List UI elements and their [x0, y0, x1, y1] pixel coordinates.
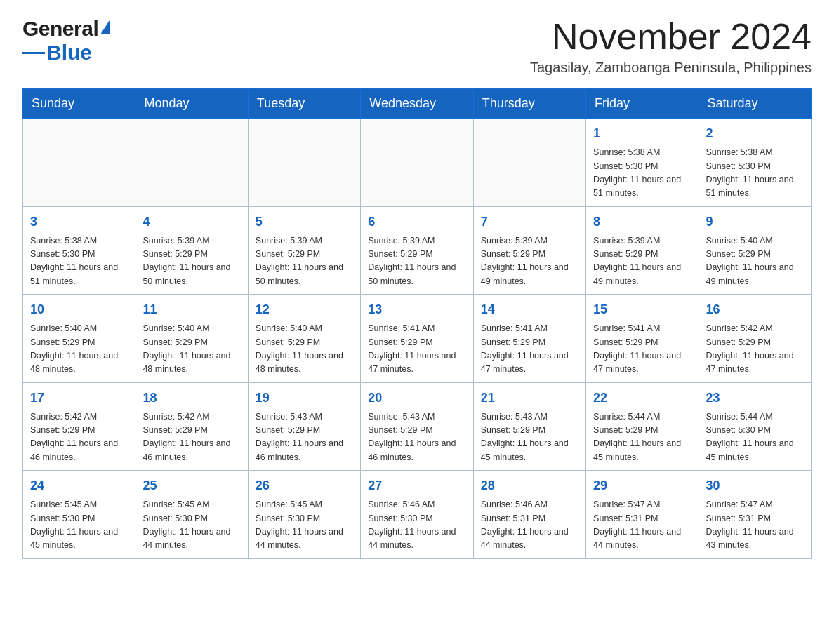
calendar-cell: 8Sunrise: 5:39 AM Sunset: 5:29 PM Daylig… — [586, 206, 699, 295]
day-info: Sunrise: 5:45 AM Sunset: 5:30 PM Dayligh… — [143, 498, 240, 553]
calendar-week-5: 24Sunrise: 5:45 AM Sunset: 5:30 PM Dayli… — [23, 471, 812, 559]
day-number: 10 — [30, 300, 128, 319]
day-number: 8 — [593, 213, 691, 232]
calendar-cell — [135, 119, 248, 207]
day-info: Sunrise: 5:45 AM Sunset: 5:30 PM Dayligh… — [256, 498, 353, 553]
day-info: Sunrise: 5:43 AM Sunset: 5:29 PM Dayligh… — [256, 410, 353, 465]
calendar-cell: 18Sunrise: 5:42 AM Sunset: 5:29 PM Dayli… — [135, 382, 248, 471]
day-number: 27 — [368, 476, 465, 495]
calendar-cell: 29Sunrise: 5:47 AM Sunset: 5:31 PM Dayli… — [586, 471, 699, 559]
day-info: Sunrise: 5:41 AM Sunset: 5:29 PM Dayligh… — [593, 322, 691, 377]
calendar-cell: 19Sunrise: 5:43 AM Sunset: 5:29 PM Dayli… — [248, 382, 360, 471]
day-info: Sunrise: 5:43 AM Sunset: 5:29 PM Dayligh… — [481, 410, 578, 465]
col-monday: Monday — [135, 89, 248, 119]
day-number: 25 — [143, 476, 240, 495]
calendar-cell: 17Sunrise: 5:42 AM Sunset: 5:29 PM Dayli… — [23, 382, 135, 471]
calendar-week-1: 1Sunrise: 5:38 AM Sunset: 5:30 PM Daylig… — [23, 119, 812, 207]
day-info: Sunrise: 5:40 AM Sunset: 5:29 PM Dayligh… — [256, 322, 353, 377]
calendar-cell: 5Sunrise: 5:39 AM Sunset: 5:29 PM Daylig… — [248, 206, 360, 295]
day-number: 24 — [30, 476, 128, 495]
day-info: Sunrise: 5:45 AM Sunset: 5:30 PM Dayligh… — [30, 498, 128, 553]
calendar-week-2: 3Sunrise: 5:38 AM Sunset: 5:30 PM Daylig… — [23, 206, 812, 295]
calendar-cell: 15Sunrise: 5:41 AM Sunset: 5:29 PM Dayli… — [586, 295, 699, 383]
day-info: Sunrise: 5:46 AM Sunset: 5:30 PM Dayligh… — [368, 498, 465, 553]
title-area: November 2024 Tagasilay, Zamboanga Penin… — [530, 17, 812, 76]
month-title: November 2024 — [530, 17, 812, 57]
day-info: Sunrise: 5:38 AM Sunset: 5:30 PM Dayligh… — [593, 146, 691, 201]
col-saturday: Saturday — [699, 89, 811, 119]
day-number: 21 — [481, 389, 578, 408]
calendar-cell: 16Sunrise: 5:42 AM Sunset: 5:29 PM Dayli… — [699, 295, 811, 383]
day-info: Sunrise: 5:38 AM Sunset: 5:30 PM Dayligh… — [30, 234, 128, 289]
day-info: Sunrise: 5:39 AM Sunset: 5:29 PM Dayligh… — [368, 234, 465, 289]
calendar-cell: 24Sunrise: 5:45 AM Sunset: 5:30 PM Dayli… — [23, 471, 135, 559]
day-number: 26 — [256, 476, 353, 495]
calendar-cell: 27Sunrise: 5:46 AM Sunset: 5:30 PM Dayli… — [361, 471, 473, 559]
day-number: 3 — [30, 213, 128, 232]
day-number: 9 — [706, 213, 804, 232]
day-info: Sunrise: 5:46 AM Sunset: 5:31 PM Dayligh… — [481, 498, 578, 553]
col-wednesday: Wednesday — [361, 89, 473, 119]
calendar-cell: 28Sunrise: 5:46 AM Sunset: 5:31 PM Dayli… — [473, 471, 585, 559]
col-friday: Friday — [586, 89, 699, 119]
day-info: Sunrise: 5:39 AM Sunset: 5:29 PM Dayligh… — [143, 234, 240, 289]
calendar-cell: 2Sunrise: 5:38 AM Sunset: 5:30 PM Daylig… — [699, 119, 811, 207]
calendar-cell: 7Sunrise: 5:39 AM Sunset: 5:29 PM Daylig… — [473, 206, 585, 295]
calendar-cell: 4Sunrise: 5:39 AM Sunset: 5:29 PM Daylig… — [135, 206, 248, 295]
calendar-cell: 9Sunrise: 5:40 AM Sunset: 5:29 PM Daylig… — [699, 206, 811, 295]
col-thursday: Thursday — [473, 89, 585, 119]
day-number: 1 — [593, 124, 691, 143]
day-info: Sunrise: 5:43 AM Sunset: 5:29 PM Dayligh… — [368, 410, 465, 465]
calendar-header-row: Sunday Monday Tuesday Wednesday Thursday… — [23, 89, 812, 119]
day-info: Sunrise: 5:47 AM Sunset: 5:31 PM Dayligh… — [706, 498, 804, 553]
calendar-week-3: 10Sunrise: 5:40 AM Sunset: 5:29 PM Dayli… — [23, 295, 812, 383]
calendar-cell — [361, 119, 473, 207]
logo-blue-text: Blue — [46, 41, 92, 65]
day-info: Sunrise: 5:42 AM Sunset: 5:29 PM Dayligh… — [30, 410, 128, 465]
day-info: Sunrise: 5:44 AM Sunset: 5:29 PM Dayligh… — [593, 410, 691, 465]
calendar-cell: 26Sunrise: 5:45 AM Sunset: 5:30 PM Dayli… — [248, 471, 360, 559]
day-number: 11 — [143, 300, 240, 319]
calendar-cell: 25Sunrise: 5:45 AM Sunset: 5:30 PM Dayli… — [135, 471, 248, 559]
day-info: Sunrise: 5:40 AM Sunset: 5:29 PM Dayligh… — [706, 234, 804, 289]
page-header: General Blue November 2024 Tagasilay, Za… — [22, 17, 812, 76]
calendar-week-4: 17Sunrise: 5:42 AM Sunset: 5:29 PM Dayli… — [23, 382, 812, 471]
day-info: Sunrise: 5:41 AM Sunset: 5:29 PM Dayligh… — [481, 322, 578, 377]
day-info: Sunrise: 5:42 AM Sunset: 5:29 PM Dayligh… — [143, 410, 240, 465]
day-info: Sunrise: 5:44 AM Sunset: 5:30 PM Dayligh… — [706, 410, 804, 465]
day-number: 12 — [256, 300, 353, 319]
day-number: 23 — [706, 389, 804, 408]
logo-general-text: General — [22, 17, 98, 41]
calendar-cell: 6Sunrise: 5:39 AM Sunset: 5:29 PM Daylig… — [361, 206, 473, 295]
calendar-cell: 14Sunrise: 5:41 AM Sunset: 5:29 PM Dayli… — [473, 295, 585, 383]
calendar-cell: 30Sunrise: 5:47 AM Sunset: 5:31 PM Dayli… — [699, 471, 811, 559]
day-info: Sunrise: 5:39 AM Sunset: 5:29 PM Dayligh… — [256, 234, 353, 289]
day-number: 18 — [143, 389, 240, 408]
calendar-cell: 12Sunrise: 5:40 AM Sunset: 5:29 PM Dayli… — [248, 295, 360, 383]
day-number: 5 — [256, 213, 353, 232]
day-number: 4 — [143, 213, 240, 232]
day-number: 29 — [593, 476, 691, 495]
logo: General Blue — [22, 17, 110, 65]
logo-triangle-icon — [100, 20, 110, 34]
day-number: 15 — [593, 300, 691, 319]
calendar-cell: 23Sunrise: 5:44 AM Sunset: 5:30 PM Dayli… — [699, 382, 811, 471]
day-number: 2 — [706, 124, 804, 143]
calendar-cell: 21Sunrise: 5:43 AM Sunset: 5:29 PM Dayli… — [473, 382, 585, 471]
day-info: Sunrise: 5:42 AM Sunset: 5:29 PM Dayligh… — [706, 322, 804, 377]
day-number: 13 — [368, 300, 465, 319]
col-tuesday: Tuesday — [248, 89, 360, 119]
day-number: 22 — [593, 389, 691, 408]
day-number: 6 — [368, 213, 465, 232]
day-info: Sunrise: 5:40 AM Sunset: 5:29 PM Dayligh… — [30, 322, 128, 377]
calendar-cell: 1Sunrise: 5:38 AM Sunset: 5:30 PM Daylig… — [586, 119, 699, 207]
calendar-cell: 13Sunrise: 5:41 AM Sunset: 5:29 PM Dayli… — [361, 295, 473, 383]
calendar-cell: 20Sunrise: 5:43 AM Sunset: 5:29 PM Dayli… — [361, 382, 473, 471]
calendar-cell — [248, 119, 360, 207]
day-number: 16 — [706, 300, 804, 319]
day-number: 20 — [368, 389, 465, 408]
calendar-cell: 11Sunrise: 5:40 AM Sunset: 5:29 PM Dayli… — [135, 295, 248, 383]
day-info: Sunrise: 5:38 AM Sunset: 5:30 PM Dayligh… — [706, 146, 804, 201]
calendar-cell — [473, 119, 585, 207]
day-number: 19 — [256, 389, 353, 408]
